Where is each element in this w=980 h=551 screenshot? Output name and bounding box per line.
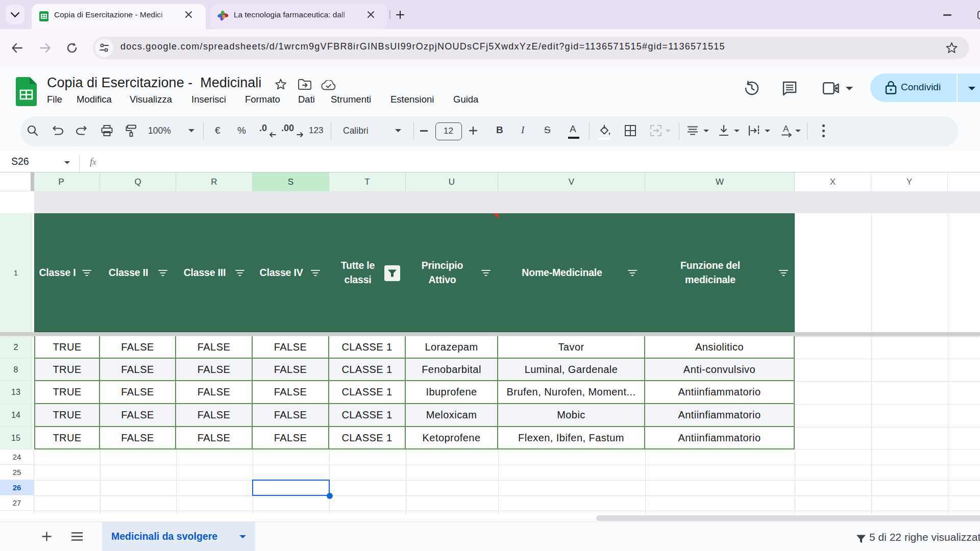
- svg-text:A: A: [783, 124, 789, 134]
